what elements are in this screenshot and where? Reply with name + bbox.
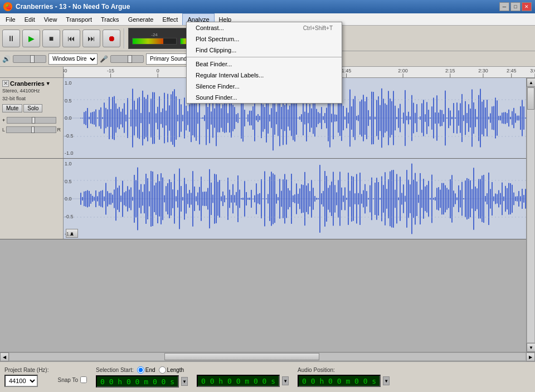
svg-rect-566 [522,189,523,209]
svg-rect-380 [211,183,212,215]
analyze-find-clipping[interactable]: Find Clipping... [187,45,342,56]
menu-tracks[interactable]: Tracks [96,13,124,25]
svg-rect-23 [80,118,81,119]
svg-rect-273 [498,116,499,120]
track-dropdown-arrow-1[interactable]: ▼ [46,81,51,86]
svg-rect-340 [144,184,145,213]
svg-rect-95 [201,118,202,119]
svg-rect-242 [446,117,448,119]
audio-position-dropdown[interactable]: ▼ [383,376,390,385]
svg-rect-329 [125,191,127,206]
svg-rect-409 [259,193,260,204]
scroll-thumb-v[interactable] [527,87,534,110]
svg-rect-77 [171,94,172,141]
svg-rect-319 [109,193,110,205]
scroll-down-button[interactable]: ▼ [527,343,535,352]
svg-rect-353 [166,186,167,212]
svg-rect-515 [436,188,437,209]
minimize-button[interactable]: ─ [499,2,509,11]
svg-rect-230 [426,102,427,134]
output-volume-slider[interactable] [13,55,46,63]
svg-rect-153 [298,118,299,119]
svg-rect-530 [461,182,463,216]
analyze-contrast[interactable]: Contrast... Ctrl+Shift+T [187,22,342,33]
output-device-select[interactable]: Windows Dire [48,53,98,65]
scroll-up-button[interactable]: ▲ [527,78,535,87]
svg-rect-550 [495,194,496,204]
svg-rect-302 [80,193,81,205]
svg-rect-200 [376,100,377,136]
analyze-plot-spectrum[interactable]: Plot Spectrum... [187,33,342,45]
skip-back-button[interactable]: ⏮ [62,30,80,47]
svg-rect-260 [476,117,478,120]
snap-checkbox[interactable] [80,376,87,383]
end-radio[interactable] [137,366,144,374]
svg-rect-504 [418,195,419,203]
svg-rect-178 [339,100,341,136]
svg-rect-495 [403,184,404,213]
svg-rect-88 [189,104,190,131]
close-button[interactable]: ✕ [522,2,532,11]
svg-rect-119 [241,97,242,139]
track-close-1[interactable]: ✕ [2,80,9,87]
menu-view[interactable]: View [40,13,62,25]
menu-file[interactable]: File [1,13,20,25]
analyze-regular-interval[interactable]: Regular Interval Labels... [187,70,342,81]
svg-rect-176 [336,115,337,121]
solo-button-1[interactable]: Solo [23,104,42,112]
gain-slider-1[interactable] [7,117,56,124]
svg-rect-118 [239,118,240,119]
svg-rect-421 [279,179,280,218]
analyze-sound-finder[interactable]: Sound Finder... [187,92,342,103]
svg-rect-475 [369,185,371,213]
play-button[interactable]: ▶ [22,30,40,47]
svg-rect-54 [132,89,133,147]
output-volume-icon: 🔊 [2,55,11,63]
svg-rect-534 [468,179,469,219]
svg-rect-563 [517,196,518,201]
analyze-beat-finder[interactable]: Beat Finder... [187,58,342,70]
svg-rect-205 [385,104,386,133]
svg-rect-55 [134,101,135,135]
svg-rect-553 [500,193,501,205]
pan-slider-1[interactable] [6,126,56,133]
scroll-right-button[interactable]: ▶ [526,352,535,361]
scroll-thumb-h[interactable] [164,353,319,360]
svg-rect-389 [226,199,227,199]
svg-rect-349 [159,181,160,216]
svg-rect-229 [425,114,426,122]
menu-effect[interactable]: Effect [158,13,183,25]
svg-rect-269 [492,106,493,130]
svg-rect-206 [386,105,387,131]
selection-time-dropdown[interactable]: ▼ [181,377,188,386]
mute-button-1[interactable]: Mute [2,104,22,112]
pause-button[interactable]: ⏸ [2,30,20,47]
scroll-left-button[interactable]: ◀ [0,352,9,361]
svg-rect-209 [391,101,392,135]
menu-generate[interactable]: Generate [124,13,158,25]
maximize-button[interactable]: □ [510,2,521,11]
project-rate-select[interactable]: 44100 [4,375,38,387]
svg-rect-165 [318,112,319,124]
skip-forward-button[interactable]: ⏭ [82,30,100,47]
stop-button[interactable]: ■ [42,30,60,47]
menu-edit[interactable]: Edit [20,13,40,25]
svg-rect-194 [366,97,367,139]
svg-rect-141 [278,100,279,136]
input-volume-slider[interactable] [110,55,144,63]
end-time-dropdown[interactable]: ▼ [282,376,289,385]
svg-rect-239 [441,110,442,126]
analyze-silence-finder[interactable]: Silence Finder... [187,81,342,92]
svg-rect-82 [179,99,180,137]
svg-rect-181 [344,116,346,119]
record-button[interactable]: ⏺ [103,30,120,47]
svg-rect-413 [266,198,267,199]
main-area: -30-15015301:452:002:152:302:453:00 ✕ Cr… [0,67,535,361]
expand-button[interactable]: ▲ [66,229,78,238]
svg-rect-370 [194,187,195,211]
svg-rect-68 [155,114,157,123]
menu-transport[interactable]: Transport [61,13,96,25]
length-radio[interactable] [159,366,166,374]
svg-rect-240 [443,114,444,122]
svg-rect-93 [197,112,198,124]
